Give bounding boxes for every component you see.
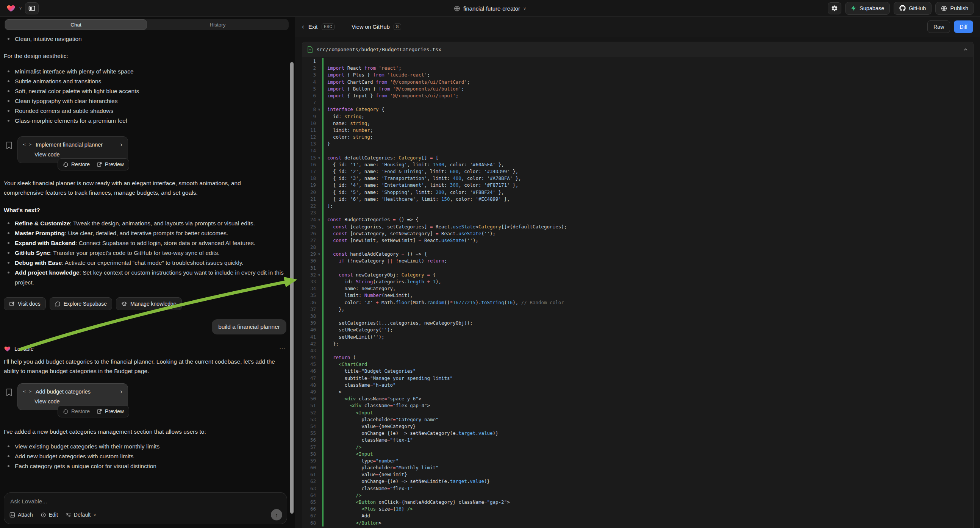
code-panel-header: ‹ Exit ESC View on GitHub G Raw Diff [295, 17, 980, 37]
view-code-link[interactable]: View code [35, 398, 123, 404]
preview-button[interactable]: Preview [97, 408, 124, 414]
new-file-icon [307, 46, 313, 52]
code-line: 25 const [categories, setCategories] = R… [302, 223, 973, 230]
version-card-title: Implement financial planner [36, 142, 103, 148]
added-bullet-list: View existing budget categories with the… [4, 442, 290, 471]
collapse-chevron-up-icon[interactable] [963, 47, 968, 52]
chat-input[interactable] [4, 493, 287, 509]
code-line: 12 color: string; [302, 134, 973, 140]
tab-history[interactable]: History [147, 19, 288, 30]
code-line: 63 className="flex-1" [302, 485, 973, 492]
chat-history-tabs: Chat History [5, 19, 289, 30]
code-line: 52 <Input [302, 409, 973, 416]
code-line: 13} [302, 140, 973, 147]
code-line: 49 > [302, 389, 973, 396]
quick-actions: Visit docs Explore Supabase Manage knowl… [4, 297, 290, 310]
restore-icon [63, 409, 68, 414]
list-item: Master Prompting: Use clear, detailed, a… [4, 228, 286, 238]
list-item: Soft, neutral color palette with light b… [4, 86, 290, 96]
code-line: 17 { id: '2', name: 'Food & Dining', lim… [302, 168, 973, 175]
whats-next-heading: What's next? [4, 207, 290, 214]
attach-button[interactable]: Attach [10, 512, 33, 518]
bookmark-icon[interactable] [6, 389, 12, 410]
assistant-paragraph: I'll help you add budget categories to t… [4, 357, 285, 376]
code-line: 2import React from 'react'; [302, 65, 973, 72]
file-header[interactable]: src/components/budget/BudgetCategories.t… [302, 42, 973, 57]
exit-button[interactable]: Exit [309, 24, 317, 30]
explore-supabase-button[interactable]: Explore Supabase [49, 297, 112, 310]
raw-toggle-button[interactable]: Raw [928, 21, 950, 33]
design-heading: For the design aesthetic: [4, 51, 290, 60]
user-message: build a financial planner [212, 319, 286, 334]
restore-preview-pill: Restore Preview [57, 158, 129, 170]
logo-chevron-down-icon[interactable]: ∨ [19, 6, 22, 10]
sidebar-toggle-button[interactable] [25, 2, 39, 14]
code-line: 11 limit: number; [302, 127, 973, 134]
assistant-header: Lovable ⋯ [4, 345, 290, 352]
visit-docs-button[interactable]: Visit docs [4, 297, 46, 310]
view-on-github-button[interactable]: View on GitHub [352, 24, 390, 30]
publish-button[interactable]: Publish [935, 2, 974, 15]
code-line: 28 [302, 244, 973, 251]
more-options-icon[interactable]: ⋯ [279, 345, 286, 352]
supabase-button[interactable]: Supabase [845, 2, 890, 15]
design-bullet-list: Minimalist interface with plenty of whit… [4, 67, 290, 126]
code-line: 16 { id: '1', name: 'Housing', limit: 15… [302, 161, 973, 168]
restore-button[interactable]: Restore [63, 408, 90, 414]
top-bar: ∨ financial-future-creator ∨ Supabase [0, 0, 980, 17]
settings-button[interactable] [828, 2, 842, 14]
diff-toggle-button[interactable]: Diff [954, 21, 973, 33]
send-button[interactable]: ↑ [271, 509, 282, 520]
file-diff-card: src/components/budget/BudgetCategories.t… [302, 42, 974, 528]
target-icon [41, 512, 46, 518]
code-line: 15∨const defaultCategories: Category[] =… [302, 154, 973, 161]
project-chevron-down-icon[interactable]: ∨ [523, 6, 526, 11]
back-chevron-icon[interactable]: ‹ [302, 23, 304, 31]
code-line: 42 }; [302, 340, 973, 347]
github-button[interactable]: GitHub [894, 2, 932, 15]
list-item: Each category gets a unique color for vi… [4, 461, 290, 471]
chevron-right-icon[interactable]: › [120, 388, 123, 395]
list-item: Subtle animations and transitions [4, 76, 290, 86]
code-line: 40 setNewCategory(''); [302, 326, 973, 333]
code-line: 1 [302, 58, 973, 65]
code-line: 6import { Input } from '@/components/ui/… [302, 92, 973, 99]
view-code-link[interactable]: View code [35, 151, 123, 157]
restore-icon [63, 162, 68, 167]
code-line: 65 <Button onClick={handleAddCategory} c… [302, 499, 973, 506]
lovable-logo-icon[interactable] [6, 4, 16, 13]
mode-select[interactable]: Default ∨ [65, 512, 96, 518]
code-line: 37 }; [302, 306, 973, 313]
code-line: 38 [302, 313, 973, 320]
tab-chat[interactable]: Chat [5, 19, 147, 30]
code-line: 30 if (!newCategory || !newLimit) return… [302, 258, 973, 264]
restore-button[interactable]: Restore [63, 161, 90, 167]
code-line: 55 onChange={(e) => setNewCategory(e.tar… [302, 430, 973, 437]
chat-bubble-icon [55, 301, 60, 307]
code-line: 54 value={newCategory} [302, 423, 973, 430]
list-item: Debug with Ease: Activate our experiment… [4, 258, 286, 268]
code-line: 23 [302, 210, 973, 216]
list-item: Rounded corners and subtle shadows [4, 106, 290, 116]
manage-knowledge-button[interactable]: Manage knowledge [116, 297, 181, 310]
code-line: 53 placeholder="Category name" [302, 416, 973, 423]
code-line: 22]; [302, 203, 973, 210]
code-line: 10 name: string; [302, 120, 973, 127]
chevron-right-icon[interactable]: › [120, 141, 123, 148]
assistant-name: Lovable [14, 346, 34, 352]
bookmark-icon[interactable] [6, 142, 12, 163]
list-item: GitHub Sync: Transfer your project's cod… [4, 248, 286, 258]
code-line: 21 { id: '6', name: 'Healthcare', limit:… [302, 196, 973, 203]
g-key-badge: G [394, 24, 401, 30]
list-item: Add project knowledge: Set key context o… [4, 268, 286, 288]
project-name[interactable]: financial-future-creator [463, 5, 520, 12]
sliders-icon [65, 512, 71, 517]
edit-button[interactable]: Edit [41, 512, 58, 518]
chat-scrollbar[interactable] [290, 62, 294, 514]
supabase-icon [851, 5, 856, 11]
preview-button[interactable]: Preview [97, 161, 124, 167]
code-line: 39 setCategories([...categories, newCate… [302, 320, 973, 326]
code-line: 4import ChartCard from '@/components/ui/… [302, 79, 973, 86]
chat-panel: Chat History Clean, intuitive navigation… [0, 17, 295, 528]
code-line: 7 [302, 99, 973, 106]
